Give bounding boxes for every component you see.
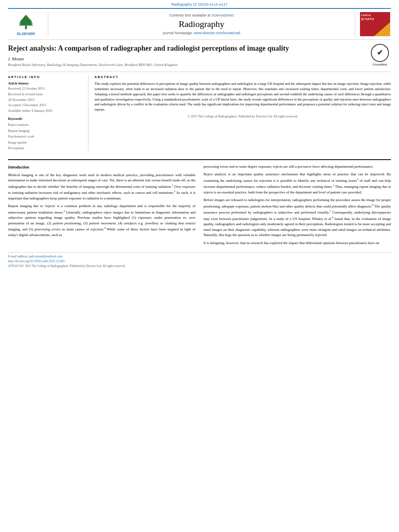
- italic-patient-movement: patient movement,: [89, 221, 117, 225]
- article-dates: Received 22 October 2015 Received in rev…: [8, 86, 82, 113]
- sup-6: 6: [372, 203, 374, 207]
- elsevier-tree-icon: [15, 13, 37, 31]
- keyword-4: Image quality: [8, 140, 82, 145]
- radiography-logo-triangle: [374, 22, 390, 36]
- right-para-4: It is intriguing, however, that no resea…: [204, 240, 391, 246]
- sup-2: 2: [174, 190, 175, 193]
- body-two-col-layout: Introduction Medical imaging is one of t…: [8, 164, 391, 249]
- journal-title: Radiography: [179, 19, 224, 29]
- email-line: E-mail address: jade.mount@outlook.com: [8, 255, 391, 258]
- intro-para-1: Medical imaging is one of the key diagno…: [8, 173, 195, 201]
- footer-area: E-mail address: jade.mount@outlook.com h…: [8, 252, 391, 268]
- available-date: Available online 4 January 2016: [8, 108, 82, 114]
- journal-citation: Radiography 22 (2016) e112–e117: [0, 0, 399, 8]
- keyword-2: Repeat imaging: [8, 128, 82, 134]
- svg-rect-0: [25, 25, 27, 29]
- italic-patient-positioning: patient positioning,: [53, 221, 82, 225]
- sup-6b: 6: [332, 216, 333, 219]
- article-info-column: ARTICLE INFO Article history: Received 2…: [8, 75, 88, 151]
- science-direct-link[interactable]: ScienceDirect: [212, 13, 234, 17]
- sup-4: 4: [104, 226, 106, 230]
- footer-copyright: 1078-8174/© 2015 The College of Radiogra…: [8, 264, 391, 268]
- italic-artefacts: artefacts: [124, 221, 137, 225]
- body-right-col: processing errors and to some degree exp…: [204, 164, 391, 249]
- article-info-abstract-layout: ARTICLE INFO Article history: Received 2…: [8, 72, 391, 151]
- email-link[interactable]: jade.mount@outlook.com: [29, 255, 62, 258]
- intro-section-title: Introduction: [8, 164, 195, 170]
- article-area: Reject analysis: A comparison of radiogr…: [8, 40, 391, 155]
- radiography-logo-image: radiography: [360, 12, 390, 36]
- elsevier-label: ELSEVIER: [17, 32, 35, 36]
- crossmark-icon: ✔: [371, 44, 389, 62]
- sup-1b: 1: [333, 184, 334, 187]
- sup-3: 3: [64, 210, 65, 213]
- accepted-date: Accepted 2 December 2015: [8, 103, 82, 108]
- elsevier-logo: ELSEVIER: [8, 12, 48, 36]
- sup-1: 1: [172, 184, 173, 187]
- radiography-logo-box: radiography: [355, 12, 391, 36]
- author-affiliation: Bradford Royal Infirmary, Radiology & Im…: [8, 63, 391, 67]
- intro-para-2: Repeat imaging due to 'rejects' is a com…: [8, 203, 195, 238]
- received-date: Received 22 October 2015: [8, 86, 82, 92]
- article-title: Reject analysis: A comparison of radiogr…: [8, 44, 391, 53]
- italic-processing-errors: processing errors: [35, 227, 60, 231]
- journal-homepage-link[interactable]: www.elsevier.com/locate/radi: [194, 31, 241, 35]
- article-info-header: ARTICLE INFO: [8, 75, 82, 79]
- keyword-3: Psychometric scale: [8, 134, 82, 139]
- keyword-5: Perceptions: [8, 145, 82, 151]
- abstract-column: ABSTRACT This study explores the potenti…: [88, 75, 391, 151]
- abstract-header: ABSTRACT: [95, 75, 391, 79]
- journal-homepage-line: journal homepage: www.elsevier.com/locat…: [163, 31, 241, 35]
- abstract-text: This study explores the potential differ…: [95, 81, 391, 112]
- crossmark-badge: ✔ CrossMark: [369, 44, 391, 66]
- revised-date: Received in revised form28 November 2015: [8, 92, 82, 103]
- science-direct-line: Contents lists available at ScienceDirec…: [169, 13, 234, 17]
- sup-7: 7: [329, 210, 331, 213]
- right-para-3: Before images are released to radiologis…: [204, 197, 391, 238]
- keywords-label: Keywords:: [8, 117, 82, 121]
- journal-center-info: Contents lists available at ScienceDirec…: [48, 12, 355, 36]
- abstract-copyright: © 2015 The College of Radiographers. Pub…: [95, 115, 391, 118]
- article-body: Introduction Medical imaging is one of t…: [8, 159, 391, 249]
- right-para-1: processing errors and to some degree exp…: [204, 164, 391, 170]
- keyword-1: Reject analysis: [8, 122, 82, 127]
- keywords-list: Reject analysis Repeat imaging Psychomet…: [8, 122, 82, 151]
- doi-link[interactable]: http://dx.doi.org/10.1016/j.radi.2015.12…: [8, 259, 391, 263]
- right-para-2: Reject analysis is an important quality …: [204, 172, 391, 195]
- crossmark-label: CrossMark: [369, 63, 391, 66]
- body-left-col: Introduction Medical imaging is one of t…: [8, 164, 195, 249]
- author-name: J. Mount: [8, 56, 391, 61]
- article-history-label: Article history:: [8, 81, 82, 85]
- sup-5: 5: [357, 178, 358, 181]
- journal-header: ELSEVIER Contents lists available at Sci…: [8, 8, 391, 40]
